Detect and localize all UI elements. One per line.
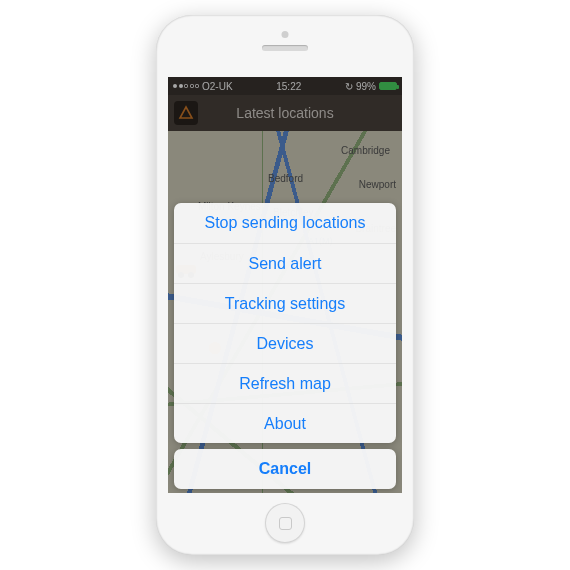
option-about[interactable]: About xyxy=(174,403,396,443)
option-send-alert[interactable]: Send alert xyxy=(174,243,396,283)
option-devices[interactable]: Devices xyxy=(174,323,396,363)
option-refresh-map[interactable]: Refresh map xyxy=(174,363,396,403)
option-tracking-settings[interactable]: Tracking settings xyxy=(174,283,396,323)
phone-camera xyxy=(282,31,289,38)
home-button[interactable] xyxy=(265,503,305,543)
home-button-icon xyxy=(279,517,292,530)
action-sheet-cancel: Cancel xyxy=(174,449,396,489)
action-sheet-options: Stop sending locations Send alert Tracki… xyxy=(174,203,396,443)
option-stop-sending[interactable]: Stop sending locations xyxy=(174,203,396,243)
action-sheet: Stop sending locations Send alert Tracki… xyxy=(174,203,396,489)
cancel-button[interactable]: Cancel xyxy=(174,449,396,489)
phone-speaker xyxy=(262,45,308,51)
screen: O2-UK 15:22 ↻ 99% Latest locations Cambr… xyxy=(168,77,402,493)
phone-frame: O2-UK 15:22 ↻ 99% Latest locations Cambr… xyxy=(156,15,414,555)
